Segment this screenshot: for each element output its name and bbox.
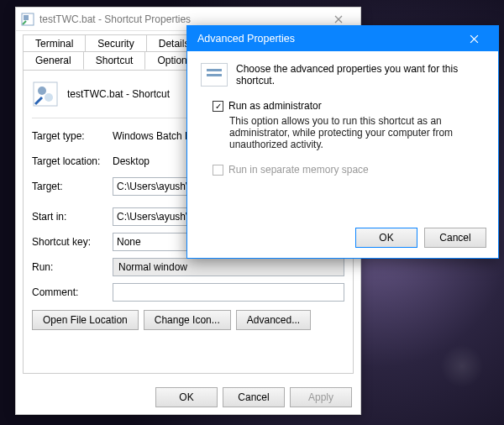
- close-icon: [470, 34, 479, 44]
- advanced-close-button[interactable]: [456, 29, 491, 48]
- comment-label: Comment:: [32, 286, 113, 298]
- target-type-label: Target type:: [32, 130, 113, 142]
- tab-general[interactable]: General: [23, 51, 84, 70]
- start-in-label: Start in:: [32, 211, 113, 223]
- run-separate-memory-checkbox: [213, 165, 223, 176]
- advanced-intro-text: Choose the advanced properties you want …: [236, 63, 485, 87]
- run-dropdown[interactable]: Normal window: [113, 258, 344, 276]
- close-icon: [334, 15, 343, 24]
- run-as-administrator-checkbox[interactable]: [213, 101, 223, 112]
- svg-point-4: [45, 93, 53, 102]
- change-icon-button[interactable]: Change Icon...: [144, 310, 231, 330]
- svg-point-3: [38, 87, 46, 95]
- properties-apply-button[interactable]: Apply: [290, 387, 352, 407]
- properties-cancel-button[interactable]: Cancel: [223, 387, 285, 407]
- properties-footer: OK Cancel Apply: [16, 380, 360, 414]
- run-as-administrator-label[interactable]: Run as administrator: [228, 100, 322, 112]
- run-separate-memory-label: Run in separate memory space: [228, 164, 369, 176]
- svg-rect-1: [24, 15, 29, 20]
- run-as-administrator-description: This option allows you to run this short…: [229, 115, 485, 150]
- properties-ok-button[interactable]: OK: [155, 387, 218, 407]
- advanced-ok-button[interactable]: OK: [355, 228, 417, 248]
- advanced-cancel-button[interactable]: Cancel: [424, 228, 486, 248]
- advanced-titlebar[interactable]: Advanced Properties: [187, 26, 498, 51]
- advanced-properties-dialog: Advanced Properties Choose the advanced …: [186, 25, 499, 259]
- shortcut-file-icon: [21, 13, 34, 26]
- open-file-location-button[interactable]: Open File Location: [32, 310, 139, 330]
- properties-sheet-icon: [201, 63, 228, 87]
- target-location-label: Target location:: [32, 155, 113, 167]
- tab-security[interactable]: Security: [85, 34, 146, 52]
- advanced-title: Advanced Properties: [197, 33, 456, 45]
- tab-terminal[interactable]: Terminal: [23, 34, 86, 52]
- properties-title: testTWC.bat - Shortcut Properties: [39, 13, 322, 25]
- desktop-background: testTWC.bat - Shortcut Properties Termin…: [0, 0, 504, 425]
- comment-input[interactable]: [113, 283, 344, 302]
- advanced-button[interactable]: Advanced...: [236, 310, 311, 330]
- tab-shortcut[interactable]: Shortcut: [83, 51, 146, 70]
- shortcut-key-label: Shortcut key:: [32, 236, 113, 248]
- target-label: Target:: [32, 181, 113, 192]
- run-label: Run:: [32, 261, 113, 273]
- shortcut-large-icon: [32, 81, 59, 108]
